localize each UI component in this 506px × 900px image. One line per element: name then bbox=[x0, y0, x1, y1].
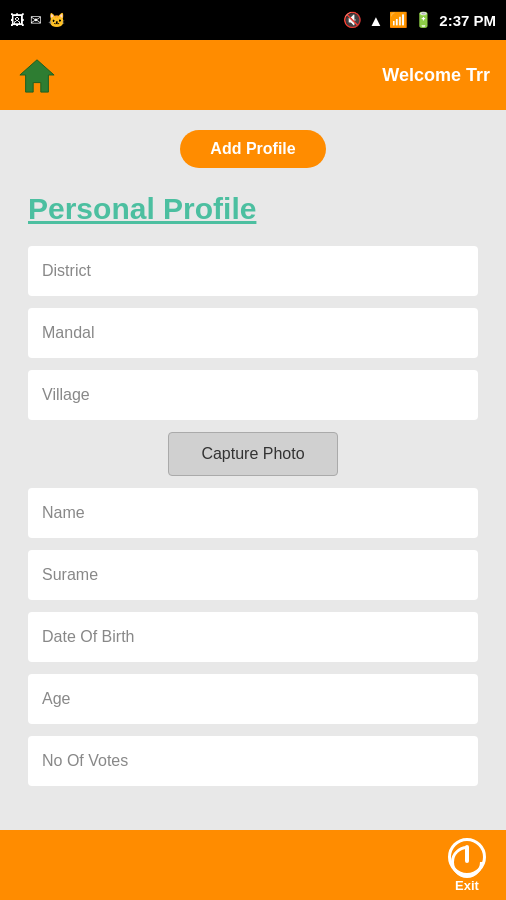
name-input[interactable] bbox=[28, 488, 478, 538]
district-input[interactable] bbox=[28, 246, 478, 296]
signal-icon: 📶 bbox=[389, 11, 408, 29]
add-profile-container: Add Profile bbox=[28, 130, 478, 168]
mandal-input[interactable] bbox=[28, 308, 478, 358]
age-input[interactable] bbox=[28, 674, 478, 724]
app-bar: Welcome Trr bbox=[0, 40, 506, 110]
home-button[interactable] bbox=[16, 54, 58, 96]
capture-photo-button[interactable]: Capture Photo bbox=[168, 432, 337, 476]
add-profile-button[interactable]: Add Profile bbox=[180, 130, 325, 168]
wifi-icon: ▲ bbox=[368, 12, 383, 29]
exit-button[interactable]: Exit bbox=[448, 838, 486, 893]
exit-label: Exit bbox=[455, 878, 479, 893]
surname-input[interactable] bbox=[28, 550, 478, 600]
village-input[interactable] bbox=[28, 370, 478, 420]
bottom-bar: Exit bbox=[0, 830, 506, 900]
status-right-info: 🔇 ▲ 📶 🔋 2:37 PM bbox=[343, 11, 496, 29]
capture-photo-container: Capture Photo bbox=[28, 432, 478, 476]
votes-input[interactable] bbox=[28, 736, 478, 786]
dob-input[interactable] bbox=[28, 612, 478, 662]
gallery-icon: 🖼 bbox=[10, 12, 24, 28]
welcome-text: Welcome Trr bbox=[382, 65, 490, 86]
battery-icon: 🔋 bbox=[414, 11, 433, 29]
section-title: Personal Profile bbox=[28, 192, 478, 226]
mute-icon: 🔇 bbox=[343, 11, 362, 29]
email-icon: ✉ bbox=[30, 12, 42, 28]
svg-marker-0 bbox=[20, 60, 54, 92]
main-content: Add Profile Personal Profile Capture Pho… bbox=[0, 110, 506, 830]
status-left-icons: 🖼 ✉ 🐱 bbox=[10, 12, 65, 28]
time-display: 2:37 PM bbox=[439, 12, 496, 29]
cat-icon: 🐱 bbox=[48, 12, 65, 28]
status-bar: 🖼 ✉ 🐱 🔇 ▲ 📶 🔋 2:37 PM bbox=[0, 0, 506, 40]
power-icon bbox=[448, 838, 486, 876]
